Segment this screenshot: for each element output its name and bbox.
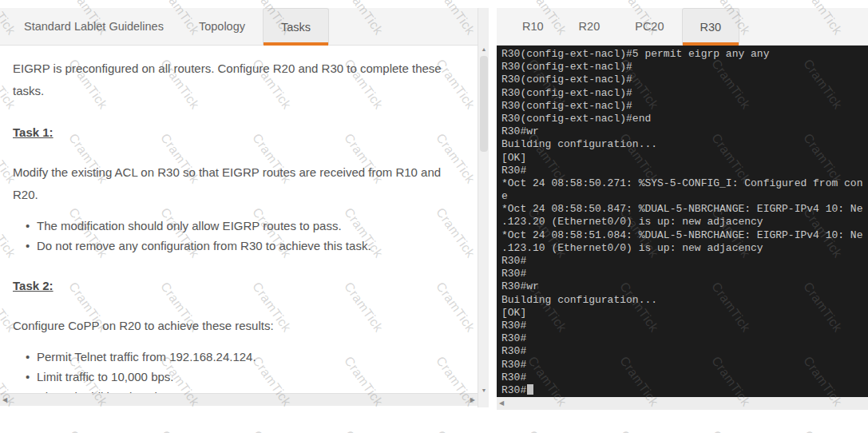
tab-label: Standard Lablet Guidelines <box>24 20 164 33</box>
task2-bullet: Discard additional packets. <box>13 387 465 393</box>
scroll-left-icon[interactable]: ◀ <box>2 395 7 406</box>
exam-lab-screen: Standard Lablet Guidelines Topology Task… <box>0 0 868 433</box>
terminal-line: Building configuration... <box>501 138 868 151</box>
task2-bullet: Permit Telnet traffic from 192.168.24.12… <box>13 347 465 367</box>
terminal-line: e <box>501 190 868 203</box>
watermark-text: CramTick <box>525 428 569 433</box>
task2-bullet-list: Permit Telnet traffic from 192.168.24.12… <box>13 347 465 393</box>
terminal-horizontal-scrollbar[interactable]: ◀ <box>497 397 868 410</box>
terminal-line: R30# <box>501 268 868 280</box>
terminal-line: R30# <box>501 371 868 384</box>
terminal-line: Building configuration... <box>501 294 868 307</box>
intro-paragraph: EIGRP is preconfigured on all routers. C… <box>13 58 465 102</box>
terminal-line: .123.20 (Ethernet0/0) is up: new adjacen… <box>501 216 868 228</box>
scroll-right-icon[interactable]: ▶ <box>470 395 475 406</box>
instructions-horizontal-scrollbar[interactable]: ◀ ▶ <box>0 393 478 406</box>
tab-label: Topology <box>199 20 245 33</box>
device-tab[interactable]: R20 <box>561 8 618 45</box>
instructions-tab[interactable]: Topology <box>181 8 263 45</box>
terminal-line: R30(config-ext-nacl)# <box>501 100 868 113</box>
watermark-text: CramTick <box>157 428 202 433</box>
tab-label: R10 <box>522 20 544 33</box>
console-panel: R10 R20 PC20 R30 R30(config-ext-nacl)#5 … <box>497 8 868 409</box>
watermark-text: CramTick <box>800 428 845 433</box>
device-tab[interactable]: R30 <box>682 8 740 45</box>
task1-bullet: The modification should only allow EIGRP… <box>13 216 465 236</box>
terminal-line: R30#wr <box>501 280 868 293</box>
terminal-line: .123.10 (Ethernet0/0) is up: new adjacen… <box>501 242 868 255</box>
watermark-text: CramTick <box>341 428 386 433</box>
terminal-line: [OK] <box>501 152 868 165</box>
r30-console-terminal[interactable]: R30(config-ext-nacl)#5 permit eigrp any … <box>497 46 868 397</box>
terminal-line: R30# <box>501 320 868 332</box>
instructions-panel: Standard Lablet Guidelines Topology Task… <box>0 8 478 407</box>
task1-body: Modify the existing ACL on R30 so that E… <box>13 161 460 206</box>
device-tab[interactable]: R10 <box>505 8 561 45</box>
task1-bullet-list: The modification should only allow EIGRP… <box>13 216 465 256</box>
task2-bullet: Limit traffic to 10,000 bps. <box>13 367 465 387</box>
terminal-line: R30(config-ext-nacl)# <box>501 87 868 100</box>
watermark-text: CramTick <box>65 428 110 433</box>
terminal-line: R30#wr <box>501 125 868 138</box>
scroll-up-icon[interactable]: ▲ <box>478 46 489 52</box>
tab-label: R30 <box>700 21 722 34</box>
watermark-text: CramTick <box>616 428 661 433</box>
task1-bullet: Do not remove any configuration from R30… <box>13 236 465 256</box>
terminal-line: R30# <box>501 345 868 358</box>
scroll-left-icon[interactable]: ◀ <box>499 398 504 409</box>
terminal-line: R30# <box>501 332 868 345</box>
watermark-text: CramTick <box>249 428 294 433</box>
terminal-line: *Oct 24 08:58:51.084: %DUAL-5-NBRCHANGE:… <box>501 229 868 242</box>
scroll-down-icon[interactable]: ▼ <box>478 387 489 393</box>
instructions-tab-bar: Standard Lablet Guidelines Topology Task… <box>0 8 478 46</box>
tab-label: PC20 <box>635 20 664 33</box>
task1-heading: Task 1: <box>13 121 465 144</box>
terminal-line: R30(config-ext-nacl)# <box>501 73 868 86</box>
scrollbar-thumb[interactable] <box>480 56 488 152</box>
terminal-line: R30# <box>501 384 868 397</box>
tab-label: Tasks <box>281 21 311 34</box>
task2-body: Configure CoPP on R20 to achieve these r… <box>13 315 460 337</box>
tasks-content: EIGRP is preconfigured on all routers. C… <box>0 46 478 393</box>
task2-heading: Task 2: <box>13 275 465 297</box>
instructions-vertical-scrollbar[interactable]: ▲ ▼ <box>478 8 489 407</box>
watermark-text: CramTick <box>433 428 478 433</box>
terminal-line: R30(config-ext-nacl)#5 permit eigrp any … <box>501 48 868 61</box>
watermark-text: CramTick <box>708 428 753 433</box>
terminal-line: R30# <box>501 359 868 371</box>
tab-label: R20 <box>579 20 600 33</box>
terminal-line: R30# <box>501 165 868 177</box>
device-tab[interactable]: PC20 <box>617 8 681 45</box>
terminal-line: R30# <box>501 255 868 268</box>
terminal-line: [OK] <box>501 307 868 320</box>
terminal-line: R30(config-ext-nacl)# <box>501 61 868 73</box>
terminal-line: *Oct 24 08:58:50.271: %SYS-5-CONFIG_I: C… <box>501 177 868 190</box>
watermark-text: CramTick <box>0 428 18 433</box>
terminal-line: R30(config-ext-nacl)#end <box>501 113 868 125</box>
device-tab-bar: R10 R20 PC20 R30 <box>497 8 868 46</box>
terminal-line: *Oct 24 08:58:50.847: %DUAL-5-NBRCHANGE:… <box>501 203 868 216</box>
instructions-tab[interactable]: Standard Lablet Guidelines <box>6 8 181 45</box>
instructions-tab[interactable]: Tasks <box>263 8 329 45</box>
